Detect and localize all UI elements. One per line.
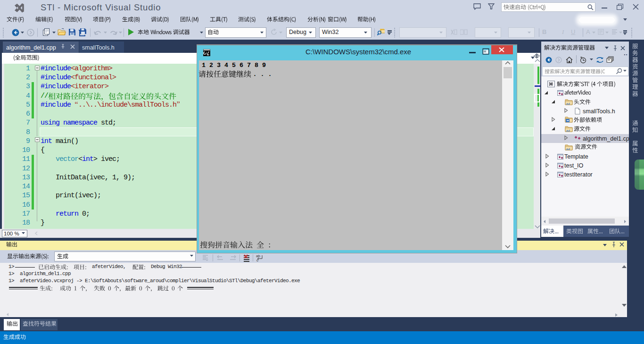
svg-text:c: c [256, 258, 258, 262]
svg-text:ab: ab [256, 254, 260, 258]
